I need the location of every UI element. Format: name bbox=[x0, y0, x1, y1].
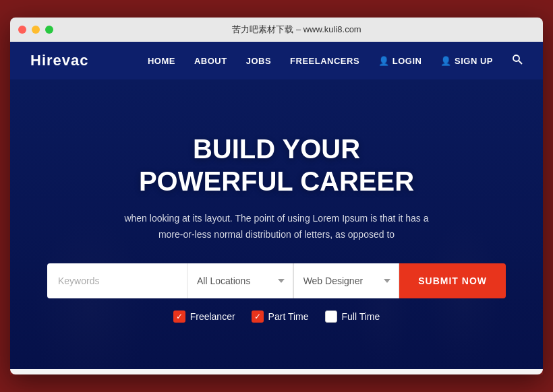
browser-titlebar: 苦力吧素材下载 – www.kuli8.com bbox=[10, 18, 543, 42]
browser-title: 苦力吧素材下载 – www.kuli8.com bbox=[59, 24, 535, 36]
location-select[interactable]: All Locations New York London Paris bbox=[187, 263, 293, 298]
browser-window: 苦力吧素材下载 – www.kuli8.com Hirevac HOME ABO… bbox=[10, 18, 543, 374]
browser-bottom-bar bbox=[10, 369, 543, 374]
keyword-input[interactable] bbox=[47, 263, 187, 298]
navbar: Hirevac HOME ABOUT JOBS FREELANCERS 👤 LO… bbox=[10, 42, 543, 79]
part-time-checkbox[interactable]: ✓ bbox=[252, 311, 264, 323]
browser-dot-maximize[interactable] bbox=[45, 26, 53, 34]
part-time-label: Part Time bbox=[268, 311, 309, 322]
browser-dot-minimize[interactable] bbox=[32, 26, 40, 34]
filter-part-time[interactable]: ✓ Part Time bbox=[252, 311, 309, 323]
filter-row: ✓ Freelancer ✓ Part Time Full Time bbox=[40, 311, 513, 323]
nav-link-jobs[interactable]: JOBS bbox=[246, 56, 271, 66]
full-time-label: Full Time bbox=[342, 311, 380, 322]
hero-content: BUILD YOUR POWERFUL CAREER when looking … bbox=[40, 133, 513, 323]
nav-link-about[interactable]: ABOUT bbox=[194, 56, 227, 66]
svg-line-1 bbox=[519, 61, 522, 64]
full-time-checkbox[interactable] bbox=[325, 311, 337, 323]
nav-links: HOME ABOUT JOBS FREELANCERS 👤 LOGIN 👤 SI… bbox=[148, 54, 523, 67]
job-type-select[interactable]: Web Designer Developer Manager Designer bbox=[293, 263, 400, 298]
hero-title: BUILD YOUR POWERFUL CAREER bbox=[40, 133, 513, 197]
svg-point-0 bbox=[513, 55, 519, 61]
nav-link-signup[interactable]: 👤 SIGN UP bbox=[440, 56, 493, 66]
nav-brand[interactable]: Hirevac bbox=[30, 52, 89, 69]
hero-section: BUILD YOUR POWERFUL CAREER when looking … bbox=[10, 79, 543, 369]
submit-button[interactable]: SUBMIT NOW bbox=[399, 263, 506, 298]
hero-subtitle: when looking at its layout. The point of… bbox=[115, 211, 438, 243]
filter-freelancer[interactable]: ✓ Freelancer bbox=[173, 311, 235, 323]
nav-link-login[interactable]: 👤 LOGIN bbox=[378, 56, 421, 66]
freelancer-checkbox[interactable]: ✓ bbox=[173, 311, 185, 323]
search-bar: All Locations New York London Paris Web … bbox=[47, 263, 506, 298]
nav-link-home[interactable]: HOME bbox=[148, 56, 175, 66]
browser-dot-close[interactable] bbox=[18, 26, 26, 34]
filter-full-time[interactable]: Full Time bbox=[325, 311, 380, 323]
website-content: Hirevac HOME ABOUT JOBS FREELANCERS 👤 LO… bbox=[10, 42, 543, 369]
freelancer-label: Freelancer bbox=[190, 311, 235, 322]
nav-link-freelancers[interactable]: FREELANCERS bbox=[290, 56, 359, 66]
search-icon[interactable] bbox=[512, 55, 523, 67]
